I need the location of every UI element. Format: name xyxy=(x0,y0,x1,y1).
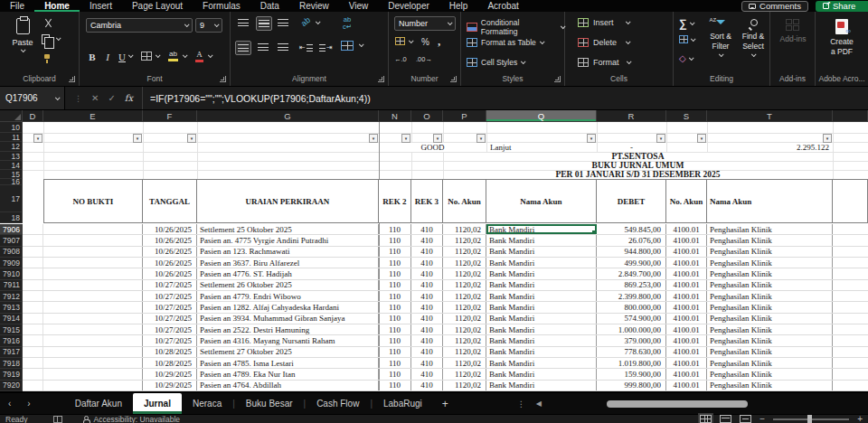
report-title[interactable]: BUKU JURNAL UMUM xyxy=(443,161,833,170)
cell-d[interactable] xyxy=(23,358,43,368)
cell-rek2[interactable]: 110 xyxy=(379,335,411,345)
italic-button[interactable]: I xyxy=(103,52,112,62)
cell-rek3[interactable]: 410 xyxy=(411,347,443,357)
cell-tanggal[interactable]: 10/27/2025 xyxy=(143,280,197,290)
column-header-E[interactable]: E xyxy=(43,110,143,122)
autofilter-dropdown-icon[interactable]: ▾ xyxy=(587,134,596,143)
percent-style-button[interactable]: % xyxy=(421,37,429,47)
cell-no-bukti[interactable] xyxy=(43,291,143,301)
font-name-combobox[interactable]: Cambria xyxy=(86,18,193,33)
cell-rek2[interactable]: 110 xyxy=(379,381,411,390)
cell-rek3[interactable]: 410 xyxy=(411,324,443,334)
accounting-format-button[interactable] xyxy=(395,37,405,45)
cell-tanggal[interactable]: 10/27/2025 xyxy=(143,314,197,324)
hscroll-left-arrow[interactable]: ◀ xyxy=(536,400,542,408)
cell-no-akun[interactable]: 1120,02 xyxy=(443,302,486,312)
column-header-S[interactable]: S xyxy=(666,110,707,122)
sheet-tab-labarugi[interactable]: LabaRugi xyxy=(373,393,433,414)
cell-nama-akun-2[interactable]: Penghasilan Klinik xyxy=(707,280,833,290)
sheet-tab-daftar-akun[interactable]: Daftar Akun xyxy=(64,393,133,414)
orientation-dropdown[interactable] xyxy=(316,21,319,24)
tab-overflow-menu[interactable]: ⋮ xyxy=(517,400,525,409)
header-nama-akun[interactable]: Nama Akun xyxy=(486,180,597,222)
cell-no-akun-2[interactable]: 4100.01 xyxy=(666,258,707,268)
cell-rek2[interactable]: 110 xyxy=(379,314,411,324)
cell-rek3[interactable]: 410 xyxy=(411,369,443,379)
cell-no-bukti[interactable] xyxy=(43,247,143,257)
zoom-slider-handle[interactable] xyxy=(807,415,812,423)
cell-rek3[interactable]: 410 xyxy=(411,358,443,368)
cell-tanggal[interactable]: 10/26/2025 xyxy=(143,247,197,257)
cell-d[interactable] xyxy=(23,280,43,290)
decrease-decimal-button[interactable]: .00→ xyxy=(416,55,432,63)
cell-total[interactable]: 2.295.122 xyxy=(707,142,829,152)
cell-uraian[interactable]: Settlement 27 Oktober 2025 xyxy=(197,347,379,357)
row-header-15[interactable]: 15 xyxy=(0,170,23,179)
number-format-combobox[interactable]: Number xyxy=(394,16,456,31)
cell-nama-akun[interactable]: Bank Mandiri xyxy=(486,235,597,245)
cell-u[interactable] xyxy=(833,369,868,379)
row-header-14[interactable]: 14 xyxy=(0,161,23,170)
increase-indent-button[interactable]: ⇥ xyxy=(319,43,333,52)
row-header-7907[interactable]: 7907 xyxy=(0,235,23,246)
header-nama-akun-2[interactable]: Nama Akun xyxy=(707,180,833,222)
enter-formula-button[interactable]: ✓ xyxy=(108,93,115,103)
column-header-D[interactable]: D xyxy=(23,110,43,122)
sort-filter-button[interactable]: Sort & Filter xyxy=(704,19,737,57)
zoom-out-button[interactable]: − xyxy=(760,414,765,423)
cell-no-bukti[interactable] xyxy=(43,268,143,278)
cell-no-akun-2[interactable]: 4100.01 xyxy=(666,324,707,334)
cell-no-akun[interactable]: 1120,02 xyxy=(443,235,486,245)
cell-nama-akun[interactable]: Bank Mandiri xyxy=(486,247,597,257)
cell-no-akun[interactable]: 1120,02 xyxy=(443,268,486,278)
cell-no-akun[interactable]: 1120,02 xyxy=(443,314,486,324)
normal-view-button[interactable] xyxy=(700,415,712,423)
header-no-akun-2[interactable]: No. Akun xyxy=(666,180,707,222)
row-header-11[interactable]: 11 xyxy=(0,133,23,142)
cell-uraian[interactable]: Pasien an 4764. Abdillah xyxy=(197,381,379,390)
header-rek3[interactable]: REK 3 xyxy=(411,180,443,222)
tab-home[interactable]: Home xyxy=(34,0,80,12)
cell-d[interactable] xyxy=(23,314,43,324)
merge-center-button[interactable] xyxy=(341,41,354,51)
cell-debet[interactable]: 1.000.000,00 xyxy=(597,324,666,334)
conditional-formatting-button[interactable]: Conditional Formatting xyxy=(467,18,564,36)
cell-rek3[interactable]: 410 xyxy=(411,291,443,301)
cell-nama-akun-2[interactable]: Penghasilan Klinik xyxy=(707,381,833,390)
name-box-dropdown-icon[interactable] xyxy=(55,95,61,100)
cell-tanggal[interactable]: 10/27/2025 xyxy=(143,324,197,334)
font-dialog-launcher[interactable] xyxy=(220,76,226,82)
formula-bar-grip[interactable]: ⋮ xyxy=(74,94,82,103)
tab-formulas[interactable]: Formulas xyxy=(193,0,250,12)
fill-color-button[interactable]: ab xyxy=(168,50,178,61)
cell-uraian[interactable]: Pasien an 4316. Mayang Nursanti Raham xyxy=(197,335,379,345)
row-header-7918[interactable]: 7918 xyxy=(0,358,23,369)
cell-nama-akun-2[interactable]: Penghasilan Klinik xyxy=(707,369,833,379)
cell-d[interactable] xyxy=(23,291,43,301)
cell-nama-akun[interactable]: Bank Mandiri xyxy=(486,302,597,312)
cell-rek3[interactable]: 410 xyxy=(411,247,443,257)
column-header-P[interactable]: P xyxy=(443,110,486,122)
cell-u[interactable] xyxy=(833,335,868,345)
align-top-button[interactable] xyxy=(238,19,249,26)
cell-tanggal[interactable]: 10/26/2025 xyxy=(143,235,197,245)
cell-rek3[interactable]: 410 xyxy=(411,280,443,290)
header-debet[interactable]: DEBET xyxy=(597,180,666,222)
tab-data[interactable]: Data xyxy=(250,0,289,12)
cell-nama-akun[interactable]: Bank Mandiri xyxy=(486,314,597,324)
cell-uraian[interactable]: Pasien an 4779. Endri Wibowo xyxy=(197,291,379,301)
cell-nama-akun-2[interactable]: Penghasilan Klinik xyxy=(707,247,833,257)
cell-tanggal[interactable]: 10/28/2025 xyxy=(143,347,197,357)
cell-uraian[interactable]: Pasien an 3637. Biru Alfarezel xyxy=(197,258,379,268)
cell-u[interactable] xyxy=(833,280,868,290)
zoom-in-button[interactable]: + xyxy=(857,414,863,423)
format-as-table-button[interactable]: Format as Table xyxy=(467,38,543,47)
cell-debet[interactable]: 944.800,00 xyxy=(597,247,666,257)
number-dialog-launcher[interactable] xyxy=(450,76,457,82)
cell-no-bukti[interactable] xyxy=(43,224,143,234)
row-header-7915[interactable]: 7915 xyxy=(0,324,23,335)
font-color-dropdown[interactable] xyxy=(208,54,212,58)
cell-u[interactable] xyxy=(833,347,868,357)
bold-button[interactable]: B xyxy=(87,52,98,62)
horizontal-scrollbar[interactable] xyxy=(549,400,847,408)
